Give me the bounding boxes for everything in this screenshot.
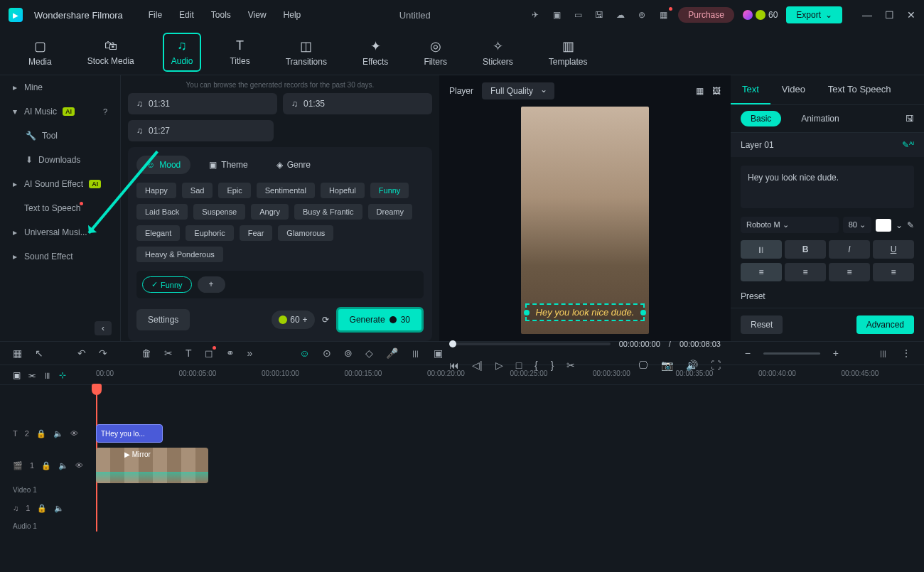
- mic-icon[interactable]: 🎤: [386, 347, 398, 359]
- menu-edit[interactable]: Edit: [179, 10, 194, 20]
- tag-heavy-ponderous[interactable]: Heavy & Ponderous: [136, 247, 223, 262]
- zoom-in-button[interactable]: +: [833, 347, 839, 359]
- eyedropper-icon[interactable]: ✎: [907, 220, 914, 230]
- lock-icon[interactable]: 🔒: [37, 504, 47, 513]
- tag-suspense[interactable]: Suspense: [193, 204, 245, 220]
- inspector-tab-tts[interactable]: Text To Speech: [817, 75, 903, 104]
- tl-mode-3-icon[interactable]: ⫼: [43, 370, 52, 380]
- italic-button[interactable]: I: [829, 240, 870, 259]
- device-icon[interactable]: ▣: [550, 9, 563, 21]
- tab-templates[interactable]: ▥Templates: [542, 34, 595, 71]
- underline-button[interactable]: U: [873, 240, 914, 259]
- zoom-slider[interactable]: [763, 352, 820, 355]
- tag-laid-back[interactable]: Laid Back: [136, 204, 188, 220]
- sidebar-item-ai-music[interactable]: ▾AI MusicAI?: [0, 99, 120, 124]
- sidebar-item-universal-music[interactable]: ▸Universal Musi...: [0, 220, 120, 244]
- reset-button[interactable]: Reset: [741, 315, 783, 334]
- sidebar-item-mine[interactable]: ▸Mine: [0, 75, 120, 99]
- tab-transitions[interactable]: ◫Transitions: [279, 34, 334, 71]
- song-chip-1[interactable]: ♫01:31: [128, 93, 277, 114]
- video-clip[interactable]: ▶ Mirror: [96, 448, 208, 483]
- time-ruler[interactable]: 00:00 00:00:05:00 00:00:10:00 00:00:15:0…: [96, 365, 924, 384]
- mute-icon[interactable]: 🔈: [53, 429, 63, 438]
- monitor-icon[interactable]: ▭: [571, 9, 584, 21]
- align-center-button[interactable]: ≡: [785, 263, 826, 281]
- tag-happy[interactable]: Happy: [136, 183, 176, 198]
- tab-filters[interactable]: ◎Filters: [417, 34, 454, 71]
- save-preset-icon[interactable]: 🖫: [906, 114, 914, 124]
- more-tools-icon[interactable]: »: [247, 347, 253, 359]
- align-justify-button[interactable]: ≡: [873, 263, 914, 281]
- tag-hopeful[interactable]: Hopeful: [321, 183, 365, 198]
- tag-funny[interactable]: Funny: [370, 183, 409, 198]
- cloud-icon[interactable]: ☁: [614, 9, 627, 21]
- settings-button[interactable]: Settings: [136, 309, 190, 330]
- tl-grid-icon[interactable]: ▦: [13, 347, 22, 359]
- marker-icon[interactable]: ◇: [365, 347, 373, 359]
- font-select[interactable]: Roboto M ⌄: [741, 217, 839, 233]
- tag-glamorous[interactable]: Glamorous: [278, 225, 333, 241]
- record-icon[interactable]: ⊙: [323, 347, 331, 359]
- tl-menu-icon[interactable]: ⋮: [901, 347, 911, 359]
- song-chip-2[interactable]: ♫01:35: [283, 93, 432, 114]
- cut-button[interactable]: ✂: [164, 347, 173, 359]
- mute-icon[interactable]: 🔈: [58, 461, 68, 470]
- filter-tab-genre[interactable]: ◈Genre: [267, 156, 321, 174]
- menu-tools[interactable]: Tools: [211, 10, 231, 20]
- window-minimize[interactable]: —: [862, 9, 872, 21]
- song-chip-3[interactable]: ♫01:27: [128, 120, 274, 141]
- spacing-button[interactable]: ⫼: [741, 240, 782, 259]
- undo-button[interactable]: ↶: [77, 347, 86, 359]
- redo-button[interactable]: ↷: [99, 347, 107, 359]
- speed-icon[interactable]: ⊚: [344, 347, 353, 359]
- window-close[interactable]: ✕: [907, 9, 915, 21]
- ai-edit-icon[interactable]: ✎ᴬᴵ: [902, 140, 914, 150]
- font-size-select[interactable]: 80 ⌄: [843, 217, 871, 233]
- selected-tag-funny[interactable]: ✓Funny: [142, 276, 192, 293]
- sidebar-item-downloads[interactable]: ⬇Downloads: [0, 148, 120, 172]
- headphone-icon[interactable]: ⊚: [635, 9, 648, 21]
- grid-view-icon[interactable]: ▦: [696, 86, 704, 96]
- tag-busy-frantic[interactable]: Busy & Frantic: [294, 204, 362, 220]
- mute-icon[interactable]: 🔈: [54, 504, 64, 513]
- tab-media[interactable]: ▢Media: [21, 34, 59, 71]
- inspector-tab-text[interactable]: Text: [731, 75, 770, 104]
- scrubber[interactable]: [449, 342, 611, 345]
- visibility-icon[interactable]: 👁: [75, 461, 83, 470]
- tag-fear[interactable]: Fear: [240, 225, 273, 241]
- credits-display[interactable]: 60: [743, 10, 778, 20]
- text-tool-icon[interactable]: T: [186, 347, 192, 359]
- tag-sad[interactable]: Sad: [182, 183, 213, 198]
- tl-cursor-icon[interactable]: ↖: [35, 347, 43, 359]
- visibility-icon[interactable]: 👁: [70, 429, 78, 438]
- tab-stock-media[interactable]: 🛍Stock Media: [80, 34, 141, 70]
- bold-button[interactable]: B: [785, 240, 826, 259]
- generate-button[interactable]: Generate30: [336, 307, 424, 333]
- sidebar-item-ai-sound-effect[interactable]: ▸AI Sound EffectAI: [0, 172, 120, 196]
- tl-mode-1-icon[interactable]: ▣: [13, 370, 21, 380]
- tag-epic[interactable]: Epic: [218, 183, 250, 198]
- tab-effects[interactable]: ✦Effects: [355, 34, 395, 71]
- tag-sentimental[interactable]: Sentimental: [257, 183, 315, 198]
- render-icon[interactable]: ▣: [434, 347, 443, 359]
- subtab-animation[interactable]: Animation: [791, 111, 849, 126]
- tab-audio[interactable]: ♫Audio: [163, 33, 202, 72]
- refresh-icon[interactable]: ⟳: [322, 315, 329, 325]
- sidebar-item-tool[interactable]: 🔧Tool: [0, 124, 120, 148]
- export-button[interactable]: Export⌄: [786, 6, 842, 23]
- tab-titles[interactable]: TTitles: [222, 34, 257, 70]
- lock-icon[interactable]: 🔒: [41, 461, 51, 470]
- subtab-basic[interactable]: Basic: [741, 111, 781, 126]
- text-input[interactable]: Hey you look nice dude.: [741, 166, 914, 208]
- color-swatch[interactable]: [876, 219, 891, 232]
- tag-euphoric[interactable]: Euphoric: [186, 225, 233, 241]
- tag-dreamy[interactable]: Dreamy: [368, 204, 413, 220]
- text-clip[interactable]: T Hey you lo...: [96, 424, 163, 443]
- delete-button[interactable]: 🗑: [141, 347, 151, 359]
- caption-overlay[interactable]: Hey you look nice dude.: [525, 303, 645, 321]
- help-icon[interactable]: ?: [103, 107, 107, 116]
- menu-help[interactable]: Help: [284, 10, 301, 20]
- purchase-button[interactable]: Purchase: [678, 7, 734, 23]
- tl-settings-icon[interactable]: ⫼: [879, 347, 888, 359]
- tab-stickers[interactable]: ✧Stickers: [476, 34, 520, 71]
